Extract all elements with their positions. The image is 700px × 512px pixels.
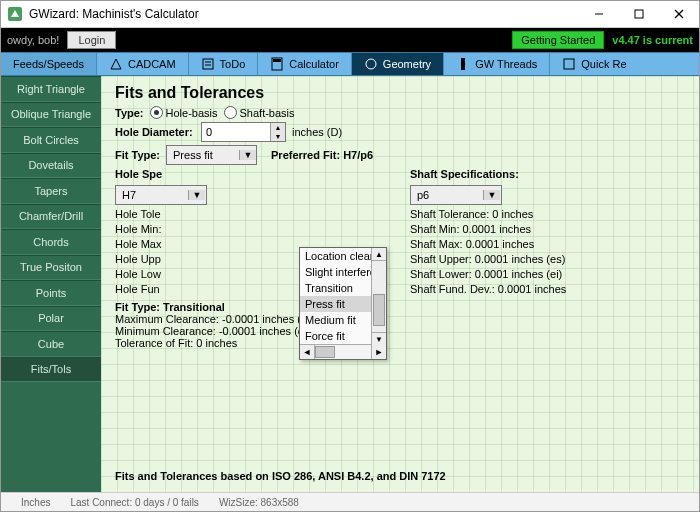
chevron-down-icon: ▼ xyxy=(239,150,256,160)
sidebar-item-chords[interactable]: Chords xyxy=(1,229,101,255)
hole-diameter-unit: inches (D) xyxy=(292,126,342,138)
hole-lower-line: Hole Low xyxy=(115,268,270,280)
page-title: Fits and Tolerances xyxy=(115,84,685,102)
shaft-spec-header: Shaft Specifications: xyxy=(410,168,566,180)
fit-type-transitional: Fit Type: Transitional xyxy=(115,301,685,313)
svg-rect-2 xyxy=(635,10,643,18)
tab-bar: Feeds/Speeds CADCAM ToDo Calculator Geom… xyxy=(1,52,699,76)
calculator-icon xyxy=(270,57,284,71)
chevron-down-icon: ▼ xyxy=(188,190,205,200)
scroll-thumb[interactable] xyxy=(315,346,335,358)
hole-diameter-spinner[interactable]: ▲▼ xyxy=(270,123,285,141)
threads-icon xyxy=(456,57,470,71)
app-icon xyxy=(7,6,23,22)
sidebar-item-dovetails[interactable]: Dovetails xyxy=(1,153,101,179)
scroll-left-icon[interactable]: ◄ xyxy=(300,345,315,359)
body: Right Triangle Oblique Triangle Bolt Cir… xyxy=(1,76,699,492)
tab-threads[interactable]: GW Threads xyxy=(444,53,550,75)
getting-started-button[interactable]: Getting Started xyxy=(512,31,604,49)
svg-rect-12 xyxy=(564,59,574,69)
window-minimize-button[interactable] xyxy=(579,1,619,27)
hole-upper-line: Hole Upp xyxy=(115,253,270,265)
todo-icon xyxy=(201,57,215,71)
sidebar: Right Triangle Oblique Triangle Bolt Cir… xyxy=(1,76,101,492)
sidebar-item-bolt-circles[interactable]: Bolt Circles xyxy=(1,127,101,153)
hole-spec-header: Hole Spe xyxy=(115,168,270,180)
fit-type-label: Fit Type: xyxy=(115,149,160,161)
greeting-text: owdy, bob! xyxy=(7,34,59,46)
sidebar-item-tapers[interactable]: Tapers xyxy=(1,178,101,204)
shaft-fund-line: Shaft Fund. Dev.: 0.0001 inches xyxy=(410,283,566,295)
hole-diameter-label: Hole Diameter: xyxy=(115,126,195,138)
hole-max-line: Hole Max xyxy=(115,238,270,250)
sidebar-item-cube[interactable]: Cube xyxy=(1,331,101,357)
shaft-upper-line: Shaft Upper: 0.0001 inches (es) xyxy=(410,253,566,265)
app-window: GWizard: Machinist's Calculator owdy, bo… xyxy=(0,0,700,512)
svg-rect-9 xyxy=(273,59,281,62)
shaft-min-line: Shaft Min: 0.0001 inches xyxy=(410,223,566,235)
version-label: v4.47 is current xyxy=(612,34,693,46)
shaft-lower-line: Shaft Lower: 0.0001 inches (ei) xyxy=(410,268,566,280)
dropdown-horizontal-scrollbar[interactable]: ◄ ► xyxy=(300,344,386,359)
chevron-down-icon: ▼ xyxy=(483,190,500,200)
sidebar-item-points[interactable]: Points xyxy=(1,280,101,306)
tab-calculator[interactable]: Calculator xyxy=(258,53,352,75)
hole-grade-combo[interactable]: H7 ▼ xyxy=(115,185,207,205)
sidebar-item-true-position[interactable]: True Positon xyxy=(1,255,101,281)
status-bar: Inches Last Connect: 0 days / 0 fails Wi… xyxy=(1,492,699,511)
type-label: Type: xyxy=(115,107,144,119)
sidebar-item-oblique-triangle[interactable]: Oblique Triangle xyxy=(1,102,101,128)
titlebar: GWizard: Machinist's Calculator xyxy=(1,1,699,28)
tab-cadcam[interactable]: CADCAM xyxy=(97,53,189,75)
scroll-thumb[interactable] xyxy=(373,294,385,326)
shaft-tolerance-line: Shaft Tolerance: 0 inches xyxy=(410,208,566,220)
status-units: Inches xyxy=(21,497,50,508)
main-panel: Fits and Tolerances Type: Hole-basis Sha… xyxy=(101,76,699,492)
sidebar-item-polar[interactable]: Polar xyxy=(1,306,101,332)
tab-feeds-speeds[interactable]: Feeds/Speeds xyxy=(1,53,97,75)
cadcam-icon xyxy=(109,57,123,71)
scroll-right-icon[interactable]: ► xyxy=(371,345,386,359)
svg-point-10 xyxy=(366,59,376,69)
shaft-max-line: Shaft Max: 0.0001 inches xyxy=(410,238,566,250)
scroll-down-icon[interactable]: ▼ xyxy=(372,332,386,345)
hole-tolerance-line: Hole Tole xyxy=(115,208,270,220)
sidebar-item-chamfer-drill[interactable]: Chamfer/Drill xyxy=(1,204,101,230)
login-button[interactable]: Login xyxy=(67,31,116,49)
hole-fund-line: Hole Fun xyxy=(115,283,270,295)
fit-type-combo[interactable]: Press fit ▼ xyxy=(166,145,257,165)
quickref-icon xyxy=(562,57,576,71)
standards-footer: Fits and Tolerances based on ISO 286, AN… xyxy=(115,470,446,482)
window-maximize-button[interactable] xyxy=(619,1,659,27)
shaft-grade-combo[interactable]: p6 ▼ xyxy=(410,185,502,205)
svg-rect-5 xyxy=(203,59,213,69)
window-close-button[interactable] xyxy=(659,1,699,27)
radio-hole-basis[interactable]: Hole-basis xyxy=(150,106,218,119)
radio-shaft-basis[interactable]: Shaft-basis xyxy=(224,106,295,119)
svg-rect-11 xyxy=(461,58,465,70)
window-title: GWizard: Machinist's Calculator xyxy=(29,7,199,21)
status-connection: Last Connect: 0 days / 0 fails xyxy=(70,497,198,508)
geometry-icon xyxy=(364,57,378,71)
sidebar-item-fits-tols[interactable]: Fits/Tols xyxy=(1,357,101,383)
tab-todo[interactable]: ToDo xyxy=(189,53,259,75)
tab-quick-ref[interactable]: Quick Re xyxy=(550,53,638,75)
sidebar-item-right-triangle[interactable]: Right Triangle xyxy=(1,76,101,102)
hole-min-line: Hole Min: xyxy=(115,223,270,235)
min-clearance-line: Minimum Clearance: -0.0001 inches (cmin) xyxy=(115,325,685,337)
user-bar: owdy, bob! Login Getting Started v4.47 i… xyxy=(1,28,699,52)
tab-geometry[interactable]: Geometry xyxy=(352,53,444,75)
preferred-fit-label: Preferred Fit: H7/p6 xyxy=(271,149,373,161)
tolerance-of-fit-line: Tolerance of Fit: 0 inches xyxy=(115,337,685,349)
hole-diameter-input[interactable]: ▲▼ xyxy=(201,122,286,142)
fit-type-dropdown[interactable]: ▲ ▼ Location clearan Slight interferenc … xyxy=(299,247,387,360)
scroll-up-icon[interactable]: ▲ xyxy=(372,248,386,261)
dropdown-vertical-scrollbar[interactable]: ▲ ▼ xyxy=(371,248,386,345)
status-wizsize: WizSize: 863x588 xyxy=(219,497,299,508)
max-clearance-line: Maximum Clearance: -0.0001 inches (cmax) xyxy=(115,313,685,325)
